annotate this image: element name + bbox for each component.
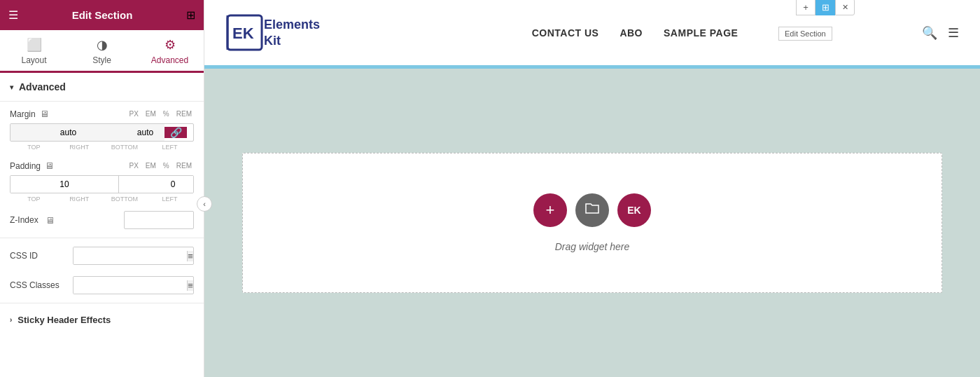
- zindex-row: Z-Index 🖥: [0, 205, 204, 235]
- advanced-icon: ⚙: [164, 37, 176, 53]
- margin-inputs: 🔗: [10, 123, 194, 142]
- padding-bottom-label: BOTTOM: [102, 196, 148, 203]
- margin-label-row: Margin 🖥 PX EM % REM: [10, 109, 194, 119]
- logo-text: ElementsKit: [264, 17, 320, 48]
- padding-right-label: RIGHT: [57, 196, 102, 203]
- margin-unit-selector: PX EM % REM: [127, 109, 194, 118]
- logo-area: EK ElementsKit: [225, 13, 320, 52]
- main-topbar: EK ElementsKit CONTACT US ABO SAMPLE PAG…: [204, 0, 980, 67]
- main-area: EK ElementsKit CONTACT US ABO SAMPLE PAG…: [204, 0, 980, 377]
- add-widget-btn[interactable]: +: [533, 193, 567, 227]
- tab-style[interactable]: ◑ Style: [68, 30, 136, 73]
- padding-unit-selector: PX EM % REM: [127, 161, 194, 170]
- ek-logo-icon: EK: [627, 205, 640, 216]
- css-id-row: CSS ID ≡: [0, 241, 204, 270]
- folder-icon: [584, 200, 600, 220]
- nav-links: CONTACT US ABO SAMPLE PAGE: [348, 27, 922, 39]
- margin-unit-pct[interactable]: %: [161, 109, 172, 118]
- padding-input-labels: TOP RIGHT BOTTOM LEFT: [10, 196, 194, 203]
- advanced-section-title: Advanced: [19, 81, 66, 92]
- tab-layout-label: Layout: [21, 55, 46, 65]
- css-classes-row: CSS Classes ≡: [0, 270, 204, 300]
- panel-title: Edit Section: [72, 9, 133, 21]
- sticky-header-row[interactable]: › Sticky Header Effects: [0, 306, 204, 334]
- margin-unit-rem[interactable]: REM: [174, 109, 194, 118]
- margin-top-label: TOP: [11, 144, 57, 151]
- panel-collapse-btn[interactable]: ‹: [197, 196, 212, 212]
- tab-advanced[interactable]: ⚙ Advanced: [136, 30, 204, 73]
- margin-left-input[interactable]: [126, 124, 164, 141]
- margin-unit-px[interactable]: PX: [127, 109, 141, 118]
- panel-content: ▾ Advanced Margin 🖥 PX EM % REM: [0, 73, 204, 377]
- nav-sample[interactable]: SAMPLE PAGE: [664, 27, 738, 39]
- folder-btn[interactable]: [575, 193, 609, 227]
- margin-link-btn[interactable]: 🔗: [164, 127, 187, 138]
- sticky-header-label: Sticky Header Effects: [18, 315, 111, 325]
- padding-unit-pct[interactable]: %: [161, 161, 172, 170]
- grid-icon[interactable]: ⊞: [186, 8, 195, 22]
- panel-header-left-icon[interactable]: ☰: [8, 8, 18, 22]
- padding-unit-rem[interactable]: REM: [174, 161, 194, 170]
- padding-unit-em[interactable]: EM: [144, 161, 158, 170]
- padding-left-label: LEFT: [147, 196, 192, 203]
- zindex-input[interactable]: [124, 211, 194, 229]
- padding-label-row: Padding 🖥 PX EM % REM: [10, 160, 194, 171]
- css-id-input-wrap: ≡: [73, 247, 194, 265]
- edit-section-bubble: + ⊞ ✕: [796, 0, 855, 15]
- padding-top-input[interactable]: [10, 176, 119, 193]
- css-id-list-btn[interactable]: ≡: [187, 251, 193, 261]
- margin-right-label: RIGHT: [57, 144, 102, 151]
- margin-bottom-input[interactable]: [88, 124, 126, 141]
- css-classes-list-btn[interactable]: ≡: [187, 280, 193, 291]
- padding-right-input[interactable]: [119, 176, 194, 193]
- zindex-label: Z-Index 🖥: [10, 215, 55, 226]
- margin-right-input[interactable]: [49, 124, 88, 141]
- margin-top-input[interactable]: [10, 124, 49, 141]
- advanced-section-header[interactable]: ▾ Advanced: [0, 73, 204, 102]
- divider-2: [0, 303, 204, 303]
- ek-btn[interactable]: EK: [617, 193, 651, 227]
- margin-bottom-label: BOTTOM: [102, 144, 148, 151]
- padding-responsive-icon: 🖥: [45, 160, 54, 171]
- layout-icon: ⬜: [27, 37, 42, 53]
- margin-label: Margin: [10, 109, 36, 119]
- left-panel-wrapper: ☰ Edit Section ⊞ ⬜ Layout ◑ Style ⚙ Adva…: [0, 0, 204, 377]
- css-classes-input[interactable]: [74, 277, 187, 294]
- tab-advanced-label: Advanced: [151, 55, 188, 65]
- bubble-close-btn[interactable]: ✕: [835, 0, 855, 15]
- padding-top-label: TOP: [11, 196, 57, 203]
- divider-1: [0, 238, 204, 238]
- padding-unit-px[interactable]: PX: [127, 161, 141, 170]
- style-icon: ◑: [97, 37, 108, 53]
- padding-label: Padding: [10, 161, 41, 171]
- bubble-grid-btn[interactable]: ⊞: [816, 0, 835, 15]
- sticky-arrow-icon: ›: [10, 316, 12, 324]
- chevron-down-icon: ▾: [10, 83, 13, 91]
- margin-left-label: LEFT: [147, 144, 192, 151]
- margin-responsive-icon: 🖥: [40, 109, 49, 119]
- tab-layout[interactable]: ⬜ Layout: [0, 30, 68, 73]
- menu-icon[interactable]: ☰: [948, 25, 959, 41]
- edit-section-tooltip: Edit Section: [778, 27, 832, 41]
- bubble-plus-btn[interactable]: +: [796, 0, 816, 15]
- css-classes-input-wrap: ≡: [73, 276, 194, 294]
- svg-text:EK: EK: [232, 25, 254, 42]
- margin-field-row: Margin 🖥 PX EM % REM 🔗: [0, 102, 204, 153]
- margin-unit-em[interactable]: EM: [144, 109, 158, 118]
- drag-widget-text: Drag widget here: [555, 241, 630, 252]
- plus-icon: +: [546, 201, 555, 219]
- css-id-label: CSS ID: [10, 251, 66, 261]
- tabs-bar: ⬜ Layout ◑ Style ⚙ Advanced: [0, 30, 204, 73]
- zindex-responsive-icon: 🖥: [46, 215, 55, 226]
- css-id-input[interactable]: [74, 247, 187, 264]
- widget-action-buttons: + EK: [533, 193, 651, 227]
- nav-contact[interactable]: CONTACT US: [532, 27, 599, 39]
- nav-about[interactable]: ABO: [620, 27, 643, 39]
- padding-field-row: Padding 🖥 PX EM % REM 🔗: [0, 153, 204, 205]
- logo-mark: EK: [225, 13, 264, 52]
- hamburger-icon[interactable]: ☰: [8, 8, 18, 22]
- widget-drop-zone[interactable]: + EK Drag widget here: [242, 153, 942, 293]
- padding-inputs: 🔗: [10, 175, 194, 193]
- search-icon[interactable]: 🔍: [922, 25, 937, 41]
- css-classes-label: CSS Classes: [10, 280, 66, 290]
